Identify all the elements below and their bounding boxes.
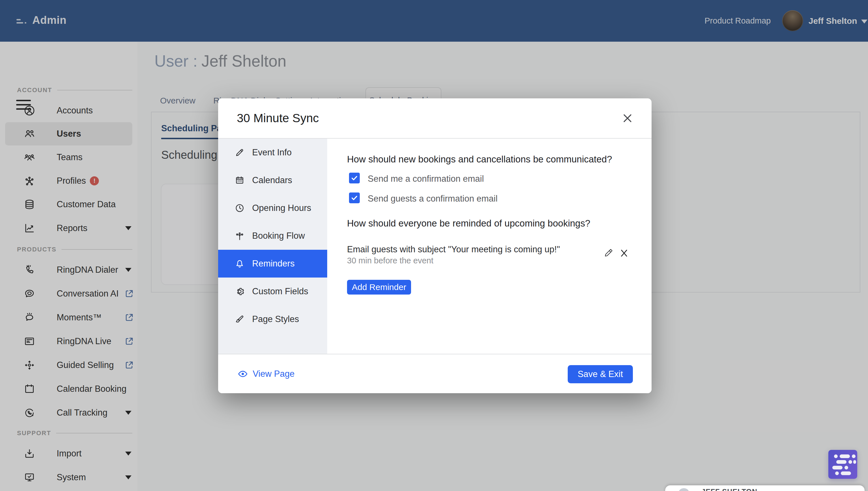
modal-nav-label: Calendars bbox=[252, 175, 292, 185]
modal-nav-reminders[interactable]: Reminders bbox=[218, 250, 327, 278]
modal-nav-event-info[interactable]: Event Info bbox=[218, 139, 327, 166]
modal-nav-label: Reminders bbox=[252, 259, 294, 269]
modal-nav-label: Custom Fields bbox=[252, 286, 308, 296]
screen: Admin Product Roadmap Jeff Shelton ACCOU… bbox=[0, 0, 868, 491]
modal-nav-page-styles[interactable]: Page Styles bbox=[218, 305, 327, 333]
checkbox-send-guests-confirmation[interactable] bbox=[349, 193, 360, 203]
save-exit-button[interactable]: Save & Exit bbox=[568, 365, 633, 383]
modal-nav-label: Booking Flow bbox=[252, 231, 305, 241]
question-reminders: How should everyone be reminded of upcom… bbox=[347, 218, 590, 229]
view-page-link[interactable]: View Page bbox=[238, 369, 294, 379]
question-communication: How should new bookings and cancellation… bbox=[347, 154, 612, 165]
revenue-morse-widget[interactable] bbox=[828, 450, 857, 479]
popup-user-label: JEFF SHELTON bbox=[702, 488, 757, 491]
check-icon bbox=[351, 194, 358, 202]
flow-icon bbox=[234, 230, 245, 241]
modal-title: 30 Minute Sync bbox=[237, 98, 319, 138]
calendar-grid-icon bbox=[234, 175, 245, 186]
modal-nav-label: Event Info bbox=[252, 147, 292, 157]
modal-nav-label: Page Styles bbox=[252, 314, 299, 324]
edit-reminder-icon[interactable] bbox=[604, 248, 614, 258]
avatar bbox=[678, 488, 689, 491]
reminder-title: Email guests with subject "Your meeting … bbox=[347, 244, 560, 255]
modal-nav-booking-flow[interactable]: Booking Flow bbox=[218, 222, 327, 250]
delete-reminder-icon[interactable] bbox=[619, 248, 629, 258]
brush-icon bbox=[234, 314, 245, 325]
checkbox-send-me-confirmation[interactable] bbox=[349, 173, 360, 183]
checkbox-label: Send guests a confirmation email bbox=[368, 194, 497, 204]
bottom-popup[interactable]: JEFF SHELTON bbox=[665, 485, 865, 491]
event-settings-modal: 30 Minute Sync Event Info Calendars Open… bbox=[218, 98, 652, 393]
modal-nav-calendars[interactable]: Calendars bbox=[218, 166, 327, 194]
close-icon[interactable] bbox=[621, 112, 634, 124]
modal-nav-label: Opening Hours bbox=[252, 203, 311, 213]
reminder-subtitle: 30 min before the event bbox=[347, 256, 433, 265]
add-reminder-button[interactable]: Add Reminder bbox=[347, 280, 411, 294]
clock-icon bbox=[234, 203, 245, 213]
eye-icon bbox=[238, 369, 248, 379]
modal-nav-opening-hours[interactable]: Opening Hours bbox=[218, 194, 327, 222]
gear-icon bbox=[234, 286, 245, 297]
bell-icon bbox=[234, 258, 245, 269]
view-page-label: View Page bbox=[253, 369, 294, 379]
check-icon bbox=[351, 174, 358, 182]
checkbox-label: Send me a confirmation email bbox=[368, 174, 484, 184]
modal-nav-custom-fields[interactable]: Custom Fields bbox=[218, 278, 327, 305]
modal-nav: Event Info Calendars Opening Hours Booki… bbox=[218, 139, 327, 354]
modal-footer: View Page Save & Exit bbox=[218, 354, 652, 393]
pencil-icon bbox=[234, 147, 245, 158]
